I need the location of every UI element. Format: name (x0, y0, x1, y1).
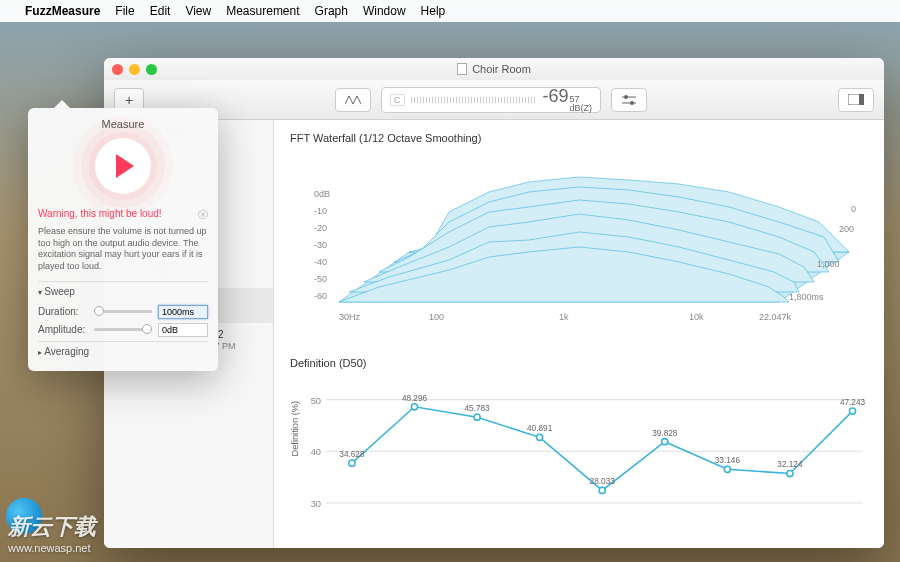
svg-text:10k: 10k (689, 312, 704, 322)
menu-app[interactable]: FuzzMeasure (25, 4, 100, 18)
svg-text:28.033: 28.033 (590, 477, 616, 486)
sidebar-toggle-button[interactable] (838, 88, 874, 112)
svg-text:40.891: 40.891 (527, 424, 553, 433)
svg-text:100: 100 (429, 312, 444, 322)
close-button[interactable] (112, 64, 123, 75)
menu-view[interactable]: View (185, 4, 211, 18)
sliders-icon (622, 95, 636, 105)
menubar: FuzzMeasure File Edit View Measurement G… (0, 0, 900, 22)
svg-point-32 (411, 404, 417, 410)
svg-text:-10: -10 (314, 206, 327, 216)
svg-text:200: 200 (839, 224, 854, 234)
svg-text:33.146: 33.146 (715, 456, 741, 465)
maximize-button[interactable] (146, 64, 157, 75)
amplitude-slider[interactable] (94, 328, 152, 331)
waveform-icon (345, 94, 361, 106)
svg-point-30 (349, 460, 355, 466)
svg-text:-60: -60 (314, 291, 327, 301)
svg-text:40: 40 (311, 447, 321, 457)
svg-rect-5 (859, 94, 864, 105)
traffic-lights (112, 64, 157, 75)
panel-icon (848, 94, 864, 105)
channel-indicator: C (390, 94, 405, 106)
duration-input[interactable] (158, 305, 208, 319)
svg-point-44 (787, 470, 793, 476)
svg-point-34 (474, 414, 480, 420)
svg-point-1 (624, 95, 628, 99)
level-readout: -69 57 dB(Z) (542, 86, 592, 113)
level-meter-group: C -69 57 dB(Z) (381, 87, 601, 113)
svg-point-36 (537, 434, 543, 440)
menu-graph[interactable]: Graph (315, 4, 348, 18)
waterfall-chart: 0dB -10 -20 -30 -40 -50 -60 (290, 152, 868, 342)
svg-text:0: 0 (851, 204, 856, 214)
svg-text:-50: -50 (314, 274, 327, 284)
toolbar: + C -69 57 dB(Z) (104, 80, 884, 120)
menu-file[interactable]: File (115, 4, 134, 18)
menu-help[interactable]: Help (421, 4, 446, 18)
svg-text:39.828: 39.828 (652, 429, 678, 438)
svg-text:32.124: 32.124 (777, 460, 803, 469)
svg-text:-40: -40 (314, 257, 327, 267)
svg-text:-20: -20 (314, 223, 327, 233)
svg-text:47.243: 47.243 (840, 398, 866, 407)
warning-body: Please ensure the volume is not turned u… (38, 226, 208, 273)
document-icon (457, 63, 467, 75)
settings-button[interactable] (611, 88, 647, 112)
play-button[interactable] (95, 138, 151, 194)
svg-text:30: 30 (311, 499, 321, 509)
svg-text:30Hz: 30Hz (339, 312, 361, 322)
chart-area: FFT Waterfall (1/12 Octave Smoothing) 0d… (274, 120, 884, 548)
definition-chart: Definition (%) 50 40 30 34.62848.29645.7… (290, 377, 868, 536)
svg-text:45.783: 45.783 (464, 404, 490, 413)
measure-popover: Measure Warning, this might be loud! ⓧ P… (28, 108, 218, 371)
amplitude-input[interactable] (158, 323, 208, 337)
titlebar: Choir Room (104, 58, 884, 80)
svg-text:Definition (%): Definition (%) (290, 401, 300, 457)
svg-text:22.047k: 22.047k (759, 312, 792, 322)
svg-point-38 (599, 487, 605, 493)
svg-point-3 (630, 101, 634, 105)
svg-text:48.296: 48.296 (402, 394, 428, 403)
level-bar (411, 97, 537, 103)
sweep-section-toggle[interactable]: Sweep (38, 281, 208, 301)
watermark: 新云下载 www.newasp.net (8, 512, 96, 554)
popover-title: Measure (38, 118, 208, 130)
svg-point-42 (724, 466, 730, 472)
graph-type-button[interactable] (335, 88, 371, 112)
menu-edit[interactable]: Edit (150, 4, 171, 18)
duration-label: Duration: (38, 306, 88, 317)
svg-text:34.628: 34.628 (339, 450, 365, 459)
svg-text:1,000: 1,000 (817, 259, 840, 269)
amplitude-label: Amplitude: (38, 324, 88, 335)
svg-text:50: 50 (311, 396, 321, 406)
svg-text:-30: -30 (314, 240, 327, 250)
window-title: Choir Room (472, 63, 531, 75)
menu-measurement[interactable]: Measurement (226, 4, 299, 18)
play-icon (116, 154, 134, 178)
svg-text:1,800ms: 1,800ms (789, 292, 824, 302)
dismiss-warning-button[interactable]: ⓧ (198, 208, 208, 222)
svg-point-46 (849, 408, 855, 414)
main-window: Choir Room + C -69 57 dB(Z) (104, 58, 884, 548)
waterfall-title: FFT Waterfall (1/12 Octave Smoothing) (290, 132, 868, 144)
svg-text:0dB: 0dB (314, 189, 330, 199)
duration-slider[interactable] (94, 310, 152, 313)
svg-text:1k: 1k (559, 312, 569, 322)
averaging-section-toggle[interactable]: Averaging (38, 341, 208, 361)
svg-point-40 (662, 439, 668, 445)
definition-title: Definition (D50) (290, 357, 868, 369)
warning-title: Warning, this might be loud! (38, 208, 162, 222)
minimize-button[interactable] (129, 64, 140, 75)
menu-window[interactable]: Window (363, 4, 406, 18)
